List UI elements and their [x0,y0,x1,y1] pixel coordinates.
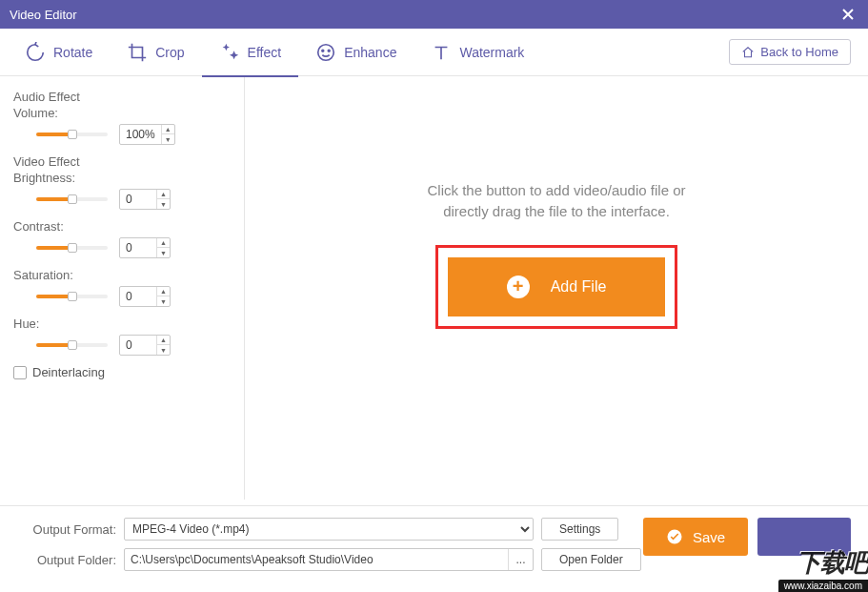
contrast-stepper[interactable]: ▲▼ [156,237,170,258]
contrast-value: 0 [120,241,156,255]
tab-effect[interactable]: Effect [202,29,299,76]
brightness-slider[interactable] [36,197,108,201]
saturation-value: 0 [120,290,156,303]
svg-point-0 [318,44,334,60]
plus-icon: + [507,276,530,298]
hue-stepper[interactable]: ▲▼ [156,335,170,356]
watermark-icon [431,42,452,63]
tab-crop[interactable]: Crop [110,29,201,76]
close-icon [841,8,855,21]
saturation-stepper[interactable]: ▲▼ [156,286,170,307]
tab-enhance[interactable]: Enhance [298,29,414,76]
tab-label: Enhance [344,45,396,60]
volume-slider[interactable] [36,133,108,136]
tab-label: Crop [155,45,184,60]
settings-button[interactable]: Settings [541,518,618,541]
effect-sidebar: Audio Effect Volume: 100% ▲▼ Video Effec… [0,76,245,500]
output-folder-input[interactable]: C:\Users\pc\Documents\Apeaksoft Studio\V… [124,548,534,571]
footer: Output Format: MPEG-4 Video (*.mp4) Sett… [0,505,868,592]
effect-icon [219,42,240,63]
preview-placeholder: Click the button to add video/audio file… [427,180,685,222]
video-effect-heading: Video Effect [13,154,234,169]
output-folder-path: C:\Users\pc\Documents\Apeaksoft Studio\V… [125,553,508,566]
tab-label: Effect [248,45,282,60]
browse-folder-button[interactable]: ... [508,549,533,570]
brightness-value: 0 [120,193,156,206]
deinterlacing-checkbox[interactable] [13,366,27,379]
svg-point-2 [328,50,330,51]
secondary-action-button[interactable] [757,518,851,556]
contrast-field[interactable]: 0 ▲▼ [119,237,171,258]
hue-slider[interactable] [36,343,108,347]
add-file-label: Add File [551,278,607,296]
volume-label: Volume: [13,106,234,120]
save-label: Save [693,529,725,545]
volume-field[interactable]: 100% ▲▼ [119,124,175,145]
volume-stepper[interactable]: ▲▼ [161,124,174,145]
crop-icon [127,42,148,63]
hue-label: Hue: [13,316,234,331]
add-file-button[interactable]: + Add File [448,257,665,316]
brightness-stepper[interactable]: ▲▼ [156,189,170,210]
saturation-slider[interactable] [36,295,108,298]
svg-point-1 [322,50,324,51]
enhance-icon [315,42,336,63]
close-button[interactable] [838,8,858,21]
deinterlacing-label: Deinterlacing [32,365,105,379]
hue-value: 0 [120,338,156,352]
rotate-icon [25,42,46,63]
tab-watermark[interactable]: Watermark [414,29,541,76]
tab-bar: Rotate Crop Effect Enhance Watermark Bac… [0,29,868,76]
add-file-highlight-frame: + Add File [435,245,677,329]
output-format-label: Output Format: [17,522,116,537]
placeholder-line-2: directly drag the file to the interface. [427,201,685,222]
contrast-slider[interactable] [36,246,108,250]
home-icon [741,46,755,59]
brightness-label: Brightness: [13,171,234,185]
saturation-label: Saturation: [13,268,234,282]
open-folder-button[interactable]: Open Folder [541,548,641,571]
tab-label: Watermark [459,45,524,60]
output-format-select[interactable]: MPEG-4 Video (*.mp4) [124,518,534,541]
back-home-button[interactable]: Back to Home [729,39,851,65]
hue-field[interactable]: 0 ▲▼ [119,335,171,356]
back-home-label: Back to Home [760,45,838,59]
save-button[interactable]: Save [643,518,748,556]
output-folder-label: Output Folder: [17,553,116,567]
saturation-field[interactable]: 0 ▲▼ [119,286,171,307]
brightness-field[interactable]: 0 ▲▼ [119,189,171,210]
title-bar: Video Editor [0,0,868,29]
window-title: Video Editor [10,8,838,22]
contrast-label: Contrast: [13,219,234,234]
volume-value: 100% [120,128,161,141]
audio-effect-heading: Audio Effect [13,90,234,104]
main-area: Audio Effect Volume: 100% ▲▼ Video Effec… [0,76,868,500]
check-icon [666,528,683,545]
tab-label: Rotate [53,45,92,60]
preview-area[interactable]: Click the button to add video/audio file… [245,76,868,500]
placeholder-line-1: Click the button to add video/audio file… [427,180,685,201]
tab-rotate[interactable]: Rotate [8,29,110,76]
